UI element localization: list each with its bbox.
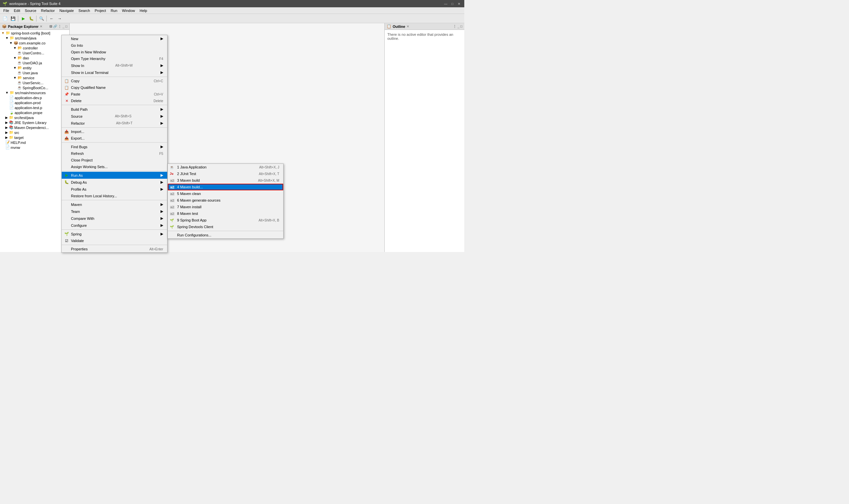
tree-item-app-test[interactable]: 📄 application-test.p <box>0 105 69 110</box>
minimize-button[interactable]: — <box>443 1 448 6</box>
tree-item-userservice[interactable]: ☕ UserServic... <box>0 80 69 85</box>
tree-item-jre[interactable]: ▶ 📚 JRE System Library <box>0 120 69 125</box>
menu-project[interactable]: Project <box>92 8 108 13</box>
run-button[interactable]: ▶ <box>20 15 27 22</box>
ctx-maven-arrow: ▶ <box>157 202 163 206</box>
ctx-build-path[interactable]: Build Path ▶ <box>62 106 167 113</box>
tree-label-dao: dao <box>23 56 29 60</box>
ctx-export[interactable]: 📤 Export... <box>62 135 167 142</box>
tree-item-entity[interactable]: ▼ 📂 entity <box>0 65 69 70</box>
tree-item-src-test[interactable]: ▶ 📁 src/test/java <box>0 115 69 120</box>
menu-run[interactable]: Run <box>109 8 120 13</box>
tree-item-userdao[interactable]: ☕ UserDAO.ja <box>0 60 69 65</box>
ctx-spring[interactable]: 🌱 Spring ▶ <box>62 231 167 237</box>
ctx-run-as[interactable]: ▶ Run As ▶ <box>62 172 167 179</box>
ctx-show-local-terminal[interactable]: Show in Local Terminal ▶ <box>62 69 167 76</box>
outline-minimize-button[interactable]: _ <box>457 24 459 28</box>
ctx-restore-history[interactable]: Restore from Local History... <box>62 193 167 199</box>
ctx-delete[interactable]: ✕ Delete Delete <box>62 97 167 104</box>
menu-window[interactable]: Window <box>120 8 137 13</box>
tree-item-maven-deps[interactable]: ▶ 📚 Maven Dependenci... <box>0 125 69 130</box>
tree-item-usercontroller[interactable]: ☕ UserContro... <box>0 50 69 55</box>
tree-item-app-dev[interactable]: 📄 application-dev.p <box>0 95 69 100</box>
link-editor-button[interactable]: 🔗 <box>53 24 57 28</box>
submenu-maven-clean[interactable]: m2 5 Maven clean <box>168 190 283 197</box>
ctx-refresh[interactable]: Refresh F5 <box>62 150 167 157</box>
menu-source[interactable]: Source <box>23 8 38 13</box>
panel-menu-button[interactable]: ⋮ <box>58 24 61 28</box>
submenu-run-configs[interactable]: Run Configurations... <box>168 232 283 238</box>
ctx-copy-qualified[interactable]: 📋 Copy Qualified Name <box>62 84 167 91</box>
tree-item-root[interactable]: ▼ 📁 spring-boot-config [boot] <box>0 31 69 35</box>
tree-item-src-main[interactable]: ▼ 📁 src/main/java <box>0 35 69 40</box>
ctx-find-bugs[interactable]: Find Bugs ▶ <box>62 143 167 150</box>
ctx-import[interactable]: 📥 Import... <box>62 128 167 135</box>
menu-help[interactable]: Help <box>138 8 149 13</box>
collapse-all-button[interactable]: ⊟ <box>50 24 52 28</box>
ctx-profile-as[interactable]: Profile As ▶ <box>62 186 167 193</box>
menu-navigate[interactable]: Navigate <box>57 8 76 13</box>
submenu-spring-devtools[interactable]: 🌱 Spring Devtools Client <box>168 223 283 230</box>
ctx-properties[interactable]: Properties Alt+Enter <box>62 246 167 252</box>
ctx-open-type[interactable]: Open Type Hierarchy F4 <box>62 55 167 62</box>
tree-item-app-prod[interactable]: 📄 application-prod <box>0 100 69 105</box>
tree-item-target[interactable]: ▶ 📁 target <box>0 135 69 140</box>
tree-item-resources[interactable]: ▼ 📁 src/main/resources <box>0 90 69 95</box>
debug-button[interactable]: 🐛 <box>28 15 35 22</box>
menu-refactor[interactable]: Refactor <box>39 8 57 13</box>
tree-item-user[interactable]: ☕ User.java <box>0 70 69 75</box>
outline-menu-button[interactable]: ⋮ <box>453 24 456 28</box>
tree-item-app-props[interactable]: 🍃 application.prope <box>0 110 69 115</box>
ctx-debug-as[interactable]: 🐛 Debug As ▶ <box>62 179 167 186</box>
ctx-source[interactable]: Source Alt+Shift+S ▶ <box>62 113 167 120</box>
ctx-compare-with[interactable]: Compare With ▶ <box>62 215 167 222</box>
submenu-java-app[interactable]: ☕ 1 Java Application Alt+Shift+X, J <box>168 164 283 170</box>
tree-item-mvnw[interactable]: 📄 mvnw <box>0 145 69 150</box>
ctx-maven[interactable]: Maven ▶ <box>62 201 167 208</box>
menu-edit[interactable]: Edit <box>12 8 22 13</box>
back-button[interactable]: ← <box>48 15 55 22</box>
tree-item-service[interactable]: ▼ 📂 service <box>0 75 69 80</box>
submenu-junit[interactable]: Ju 2 JUnit Test Alt+Shift+X, T <box>168 170 283 177</box>
close-button[interactable]: ✕ <box>456 1 462 6</box>
ctx-configure[interactable]: Configure ▶ <box>62 222 167 229</box>
outline-maximize-button[interactable]: □ <box>460 24 462 28</box>
ctx-paste[interactable]: 📌 Paste Ctrl+V <box>62 91 167 97</box>
expand-icon-8: ▶ <box>5 116 8 119</box>
tree-item-src[interactable]: ▶ 📁 src <box>0 130 69 135</box>
expand-icon-3: ▼ <box>13 46 17 50</box>
submenu-maven-install[interactable]: m2 7 Maven install <box>168 203 283 210</box>
ctx-validate[interactable]: ☑ Validate <box>62 237 167 244</box>
tree-item-controller[interactable]: ▼ 📂 controller <box>0 46 69 50</box>
menu-file[interactable]: File <box>1 8 11 13</box>
tree-item-com-example[interactable]: ▼ 📦 com.example.co <box>0 40 69 46</box>
ctx-assign-working-sets[interactable]: Assign Working Sets... <box>62 163 167 170</box>
ctx-close-project[interactable]: Close Project <box>62 157 167 163</box>
ctx-show-in[interactable]: Show In Alt+Shift+W ▶ <box>62 62 167 69</box>
ctx-new[interactable]: New ▶ <box>62 35 167 42</box>
tree-item-springbootco[interactable]: ☕ SpringBootCo... <box>0 85 69 90</box>
ctx-copy[interactable]: 📋 Copy Ctrl+C <box>62 77 167 84</box>
submenu-maven-build-dots[interactable]: m2 4 Maven build... <box>168 184 283 190</box>
submenu-maven-test[interactable]: m2 8 Maven test <box>168 210 283 217</box>
maven-test-icon: m2 <box>170 212 175 216</box>
maximize-panel-button[interactable]: □ <box>65 24 67 28</box>
maximize-button[interactable]: □ <box>450 1 455 6</box>
ctx-open-window[interactable]: Open in New Window <box>62 49 167 55</box>
new-button[interactable]: 📄 <box>1 15 8 22</box>
context-menu: New ▶ Go Into Open in New Window Open Ty… <box>61 35 167 252</box>
save-button[interactable]: 💾 <box>9 15 17 22</box>
search-button[interactable]: 🔍 <box>38 15 45 22</box>
submenu-maven-generate[interactable]: m2 6 Maven generate-sources <box>168 197 283 203</box>
minimize-panel-button[interactable]: _ <box>62 24 64 28</box>
ctx-go-into[interactable]: Go Into <box>62 42 167 49</box>
submenu-spring-boot[interactable]: 🌱 9 Spring Boot App Alt+Shift+X, B <box>168 217 283 223</box>
tree-item-dao[interactable]: ▼ 📂 dao <box>0 55 69 60</box>
forward-button[interactable]: → <box>56 15 64 22</box>
package-explorer-header: 📦 Package Explorer ✕ ⊟ 🔗 ⋮ _ □ <box>0 23 69 30</box>
menu-search[interactable]: Search <box>77 8 92 13</box>
ctx-team[interactable]: Team ▶ <box>62 208 167 215</box>
submenu-maven-build[interactable]: m2 3 Maven build Alt+Shift+X, M <box>168 177 283 184</box>
ctx-refactor[interactable]: Refactor Alt+Shift+T ▶ <box>62 120 167 127</box>
tree-item-help[interactable]: 📝 HELP.md <box>0 140 69 145</box>
